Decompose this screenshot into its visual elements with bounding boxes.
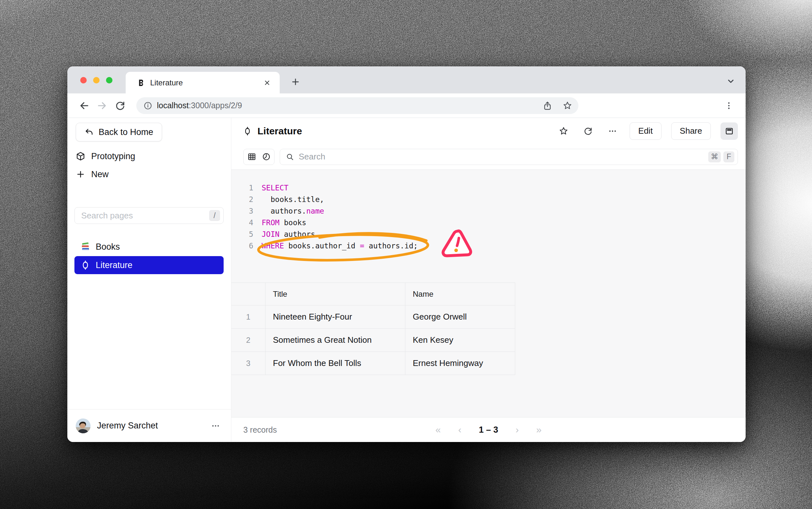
share-button[interactable]: Share (671, 123, 711, 140)
reload-icon (115, 101, 125, 111)
search-field[interactable]: ⌘ F (280, 149, 738, 165)
sql-code-line: 5 JOIN authors (244, 228, 418, 240)
pagination: « ‹ 1 – 3 › » (435, 425, 541, 435)
sidebar-item-workspace[interactable]: Prototyping (76, 147, 135, 165)
info-icon (143, 101, 153, 110)
refresh-page-button[interactable] (581, 124, 596, 138)
main-panel: Literature Edit Share (231, 118, 746, 442)
cell-title[interactable]: Sometimes a Great Notion (266, 329, 405, 351)
line-number: 1 (244, 183, 253, 192)
tab-title: Literature (150, 78, 257, 87)
page-title: Literature (258, 126, 302, 137)
plus-icon (76, 169, 86, 179)
history-view-button[interactable] (262, 152, 271, 161)
dots-vertical-icon (724, 101, 733, 110)
sql-code-line: 4 FROM books (244, 217, 418, 228)
cmd-shortcut-badge: ⌘ (708, 151, 721, 162)
line-number: 2 (244, 195, 253, 204)
bookmark-star-button[interactable] (561, 99, 574, 112)
browser-tab[interactable]: Literature (126, 72, 280, 94)
cube-icon (76, 151, 86, 161)
tab-close-button[interactable] (262, 77, 273, 88)
user-section: Jeremy Sarchet (67, 409, 231, 442)
prev-page-button[interactable]: ‹ (458, 425, 462, 435)
table-row[interactable]: 3 For Whom the Bell Tolls Ernest Hemingw… (231, 352, 515, 375)
records-count: 3 records (243, 425, 277, 435)
return-arrow-icon (84, 128, 94, 137)
table-toolbar: ⌘ F (231, 144, 746, 170)
url-bar[interactable]: localhost:3000/apps/2/9 (136, 97, 578, 114)
page-canvas: 1 SELECT 2 books.title, 3 authors.name 4… (231, 170, 746, 417)
dots-horizontal-icon (211, 421, 220, 431)
back-button[interactable] (76, 98, 92, 113)
panel-toggle-button[interactable] (720, 123, 738, 140)
page-share-button[interactable] (541, 99, 554, 112)
line-number: 4 (244, 218, 253, 227)
page-header: Literature Edit Share (231, 118, 746, 144)
user-menu-button[interactable] (208, 419, 223, 433)
results-table: Title Name 1 Nineteen Eighty-Four George… (231, 282, 515, 375)
records-bar: 3 records « ‹ 1 – 3 › » (231, 417, 746, 442)
slash-shortcut-badge: / (209, 210, 220, 221)
table-row[interactable]: 2 Sometimes a Great Notion Ken Kesey (231, 329, 515, 352)
back-to-home-button[interactable]: Back to Home (76, 123, 162, 141)
avatar[interactable] (76, 418, 91, 433)
search-input[interactable] (299, 152, 704, 162)
browser-toolbar: localhost:3000/apps/2/9 (67, 94, 746, 118)
cell-name[interactable]: Ken Kesey (405, 329, 515, 351)
url-text: localhost:3000/apps/2/9 (157, 101, 242, 110)
browser-menu-button[interactable] (721, 98, 737, 113)
sql-code-line: 1 SELECT (244, 182, 418, 194)
clock-icon (262, 152, 271, 161)
dots-horizontal-icon (608, 127, 617, 136)
tab-overview-button[interactable] (724, 75, 737, 88)
first-page-button[interactable]: « (435, 425, 441, 435)
line-number: 3 (244, 207, 253, 215)
reload-button[interactable] (112, 98, 128, 113)
page-range: 1 – 3 (479, 425, 498, 435)
minimize-window-button[interactable] (93, 77, 100, 83)
close-icon (264, 79, 271, 86)
sql-code-line: 6 WHERE books.author_id = authors.id; (244, 240, 418, 251)
page-search-input[interactable] (81, 211, 209, 221)
table-header-row: Title Name (231, 282, 515, 305)
next-page-button[interactable]: › (515, 425, 519, 435)
star-icon (563, 101, 572, 110)
f-shortcut-badge: F (723, 151, 734, 162)
sidebar-item-label: Books (96, 242, 120, 252)
column-header-name[interactable]: Name (405, 283, 515, 305)
workspace-label: Prototyping (91, 151, 135, 161)
row-number-header (231, 283, 266, 305)
refresh-icon (583, 127, 593, 136)
favorite-page-button[interactable] (556, 124, 571, 138)
sidebar-item-new[interactable]: New (76, 166, 109, 183)
warning-triangle-annotation (440, 227, 477, 262)
zoom-window-button[interactable] (106, 77, 112, 83)
column-header-title[interactable]: Title (266, 283, 405, 305)
new-tab-button[interactable] (289, 75, 303, 89)
close-window-button[interactable] (80, 77, 87, 83)
sql-editor[interactable]: 1 SELECT 2 books.title, 3 authors.name 4… (244, 182, 418, 251)
page-search-field[interactable]: / (74, 207, 224, 224)
cell-name[interactable]: Ernest Hemingway (405, 352, 515, 375)
more-options-button[interactable] (605, 124, 620, 138)
sidebar-item-books[interactable]: Books (74, 238, 224, 256)
sidebar-item-literature[interactable]: Literature (74, 256, 224, 274)
user-name: Jeremy Sarchet (97, 421, 158, 431)
books-icon (81, 242, 90, 251)
line-number: 6 (244, 242, 253, 250)
table-view-button[interactable] (247, 152, 256, 161)
table-row[interactable]: 1 Nineteen Eighty-Four George Orwell (231, 305, 515, 329)
commit-oval-icon (243, 126, 252, 136)
row-number: 1 (231, 305, 266, 328)
plus-icon (291, 77, 300, 87)
edit-button[interactable]: Edit (630, 123, 662, 140)
line-number: 5 (244, 230, 253, 238)
sql-code-line: 3 authors.name (244, 205, 418, 217)
cell-title[interactable]: Nineteen Eighty-Four (266, 305, 405, 328)
last-page-button[interactable]: » (536, 425, 542, 435)
tab-favicon-icon (137, 78, 145, 87)
cell-name[interactable]: George Orwell (405, 305, 515, 328)
forward-button[interactable] (94, 98, 110, 113)
cell-title[interactable]: For Whom the Bell Tolls (266, 352, 405, 375)
